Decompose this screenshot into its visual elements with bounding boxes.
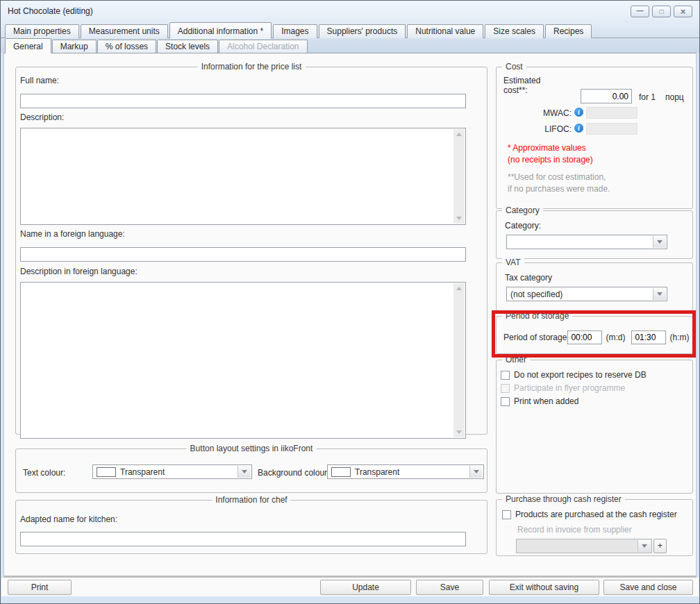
colour-swatch	[97, 467, 116, 477]
colour-swatch	[331, 467, 351, 477]
chevron-down-icon	[469, 466, 483, 478]
purchase-group: Purchase through cash register Products …	[496, 499, 693, 556]
approx-values-note: * Approximate values (no receipts in sto…	[508, 142, 593, 166]
foreign-description-scrollbar[interactable]	[453, 283, 465, 437]
background-colour-label: Background colour:	[258, 468, 329, 478]
scroll-up-icon[interactable]	[456, 287, 462, 290]
foreign-name-label: Name in a foreign language:	[20, 229, 466, 239]
storage-group: Period of storage Period of storage (m:d…	[496, 316, 693, 354]
mwac-field	[586, 107, 638, 119]
lifoc-field	[586, 123, 638, 135]
chevron-down-icon	[638, 540, 651, 552]
dialog-window: Hot Chocolate (editing) — □ × Main prope…	[0, 0, 700, 604]
cost-group-title: Cost	[502, 62, 526, 72]
tab-nutritional-value[interactable]: Nutritional value	[407, 24, 483, 38]
supplier-select	[516, 539, 652, 553]
print-when-added-checkbox[interactable]	[501, 397, 510, 406]
tab-measurement-units[interactable]: Measurement units	[81, 24, 168, 38]
subtab-general[interactable]: General	[5, 38, 51, 53]
button-layout-group: Button layout settings in iikoFront Text…	[15, 448, 488, 493]
tab-additional-information[interactable]: Additional information *	[169, 22, 272, 39]
tab-main-properties[interactable]: Main properties	[5, 24, 79, 38]
tab-size-scales[interactable]: Size scales	[485, 24, 544, 38]
scroll-down-icon[interactable]	[456, 217, 462, 220]
sub-tab-bar: General Markup % of losses Stock levels …	[1, 38, 699, 53]
foreign-name-input[interactable]	[20, 247, 466, 262]
save-button[interactable]: Save	[416, 580, 483, 595]
estimated-cost-label: Estimated cost**:	[503, 76, 549, 95]
subtab-percent-of-losses[interactable]: % of losses	[97, 40, 156, 53]
mwac-label: MWAC:	[503, 108, 572, 118]
storage-label: Period of storage	[503, 333, 567, 342]
adapted-name-input[interactable]	[20, 532, 466, 546]
close-icon: ×	[681, 7, 686, 16]
exit-without-saving-button[interactable]: Exit without saving	[489, 580, 599, 595]
export-recipes-row: Do not export recipes to reserve DB	[501, 370, 690, 380]
storage-md-unit: (m:d)	[606, 333, 625, 342]
window-controls: — □ ×	[631, 6, 692, 17]
main-tab-bar: Main properties Measurement units Additi…	[1, 22, 699, 38]
usage-note-line1: **Used for cost estimation,	[508, 171, 610, 183]
subtab-stock-levels[interactable]: Stock levels	[157, 40, 218, 53]
description-textarea[interactable]	[20, 128, 466, 225]
chevron-down-icon	[238, 466, 251, 478]
close-button[interactable]: ×	[674, 6, 692, 17]
tab-suppliers-products[interactable]: Suppliers' products	[319, 24, 406, 38]
text-colour-value: Transparent	[120, 467, 165, 477]
tax-category-value: (not specified)	[510, 290, 562, 299]
price-list-group: Information for the price list Full name…	[15, 67, 488, 435]
text-colour-label: Text colour:	[23, 468, 65, 478]
maximize-button[interactable]: □	[652, 6, 671, 17]
titlebar: Hot Chocolate (editing) — □ ×	[1, 1, 699, 22]
cash-register-checkbox[interactable]	[502, 510, 511, 519]
description-scrollbar[interactable]	[453, 129, 465, 224]
usage-note: **Used for cost estimation, if no purcha…	[508, 171, 610, 195]
export-recipes-checkbox[interactable]	[501, 371, 510, 380]
tab-page-general: Information for the price list Full name…	[3, 53, 697, 578]
subtab-markup[interactable]: Markup	[52, 40, 97, 53]
cost-for-text: for 1	[639, 92, 656, 102]
estimated-cost-input[interactable]	[581, 89, 632, 103]
subtab-alcohol-declaration: Alcohol Declaration	[219, 40, 307, 53]
window-title: Hot Chocolate (editing)	[8, 6, 93, 16]
info-icon[interactable]: i	[574, 108, 583, 117]
flyer-programme-row: Participate in flyer programme	[501, 383, 690, 393]
tab-images[interactable]: Images	[273, 24, 317, 38]
background-colour-value: Transparent	[355, 467, 399, 477]
print-when-added-row: Print when added	[501, 396, 690, 406]
add-supplier-button[interactable]: +	[653, 539, 667, 553]
storage-hm-unit: (h:m)	[669, 333, 689, 342]
foreign-description-textarea[interactable]	[20, 282, 466, 439]
button-layout-group-title: Button layout settings in iikoFront	[187, 444, 317, 453]
save-and-close-button[interactable]: Save and close	[603, 580, 693, 595]
scroll-down-icon[interactable]	[456, 430, 462, 434]
tax-category-select[interactable]: (not specified)	[506, 287, 667, 301]
footer-bar: Print Update Save Exit without saving Sa…	[1, 578, 699, 596]
background-colour-select[interactable]: Transparent	[327, 464, 484, 479]
update-button[interactable]: Update	[320, 580, 411, 595]
print-when-added-label: Print when added	[514, 396, 578, 406]
full-name-input[interactable]	[20, 94, 466, 108]
vat-group-title: VAT	[502, 258, 524, 267]
purchase-group-title: Purchase through cash register	[502, 494, 625, 504]
window-chrome: Hot Chocolate (editing) — □ × Main prope…	[1, 1, 699, 53]
flyer-programme-label: Participate in flyer programme	[514, 383, 625, 393]
adapted-name-label: Adapted name for kitchen:	[20, 514, 466, 524]
minimize-button[interactable]: —	[631, 6, 649, 17]
flyer-programme-checkbox	[501, 384, 510, 393]
category-label: Category:	[505, 221, 541, 230]
print-button[interactable]: Print	[8, 580, 72, 595]
info-icon[interactable]: i	[574, 124, 583, 133]
approx-note-line1: * Approximate values	[508, 142, 593, 154]
full-name-label: Full name:	[20, 76, 466, 85]
storage-hm-input[interactable]	[631, 330, 666, 344]
storage-md-input[interactable]	[567, 330, 602, 344]
text-colour-select[interactable]: Transparent	[92, 464, 252, 479]
category-select[interactable]	[506, 235, 667, 249]
tab-recipes[interactable]: Recipes	[545, 24, 592, 38]
cost-group: Cost Estimated cost**: for 1 порц MWAC: …	[496, 67, 693, 209]
scroll-up-icon[interactable]	[456, 133, 462, 136]
approx-note-line2: (no receipts in storage)	[508, 154, 593, 166]
cash-register-row: Products are purchased at the cash regis…	[502, 510, 677, 519]
chef-group-title: Information for chef	[212, 495, 290, 505]
